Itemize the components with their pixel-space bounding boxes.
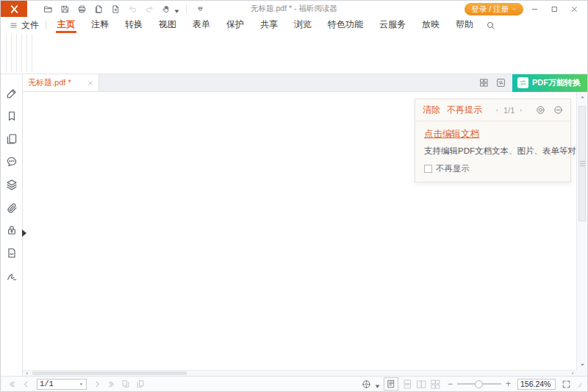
- dont-show-checkbox-row[interactable]: 不再显示: [424, 163, 562, 174]
- zoom-in-button[interactable]: +: [506, 379, 511, 388]
- redo-icon: [145, 4, 154, 14]
- menu-home[interactable]: 主页: [56, 17, 76, 33]
- menu-protect[interactable]: 保护: [225, 17, 245, 33]
- last-page-button[interactable]: [107, 380, 115, 388]
- horizontal-scrollbar-thumb[interactable]: [32, 371, 187, 375]
- menu-slideshow[interactable]: 放映: [420, 17, 441, 33]
- grid-icon: [479, 78, 489, 88]
- panel-quick-edit[interactable]: [6, 88, 18, 99]
- panel-bookmarks[interactable]: [6, 110, 18, 122]
- horizontal-scrollbar[interactable]: [23, 370, 576, 376]
- notification-pager: 1/1: [494, 106, 524, 115]
- document-tab[interactable]: 无标题.pdf *: [23, 74, 99, 91]
- panel-security[interactable]: [6, 224, 18, 236]
- close-button[interactable]: [564, 1, 584, 17]
- facing-continuous-icon: [431, 379, 440, 389]
- close-icon: [570, 5, 578, 13]
- document-page[interactable]: 清除 不再提示 1/1 点击编辑文档: [23, 92, 587, 376]
- scrollbar-corner: [576, 370, 587, 376]
- facing-view-button[interactable]: [417, 379, 426, 389]
- menu-divider: [46, 21, 46, 29]
- panel-comments[interactable]: [6, 156, 18, 168]
- scroll-left-button[interactable]: [23, 371, 30, 376]
- panel-layers[interactable]: [6, 179, 18, 190]
- ribbon-home: [1, 33, 587, 74]
- zoom-level-combobox[interactable]: 156.24%: [517, 379, 556, 390]
- menu-share[interactable]: 共享: [259, 17, 279, 33]
- menu-features[interactable]: 特色功能: [326, 17, 365, 33]
- create-file-button[interactable]: [111, 4, 121, 14]
- next-page-button[interactable]: [93, 380, 101, 388]
- first-page-button[interactable]: [8, 380, 16, 388]
- menu-view[interactable]: 视图: [157, 17, 178, 33]
- menu-help[interactable]: 帮助: [454, 17, 475, 33]
- scroll-down-button[interactable]: [577, 360, 587, 369]
- redo-button[interactable]: [145, 4, 154, 14]
- menu-comment[interactable]: 注释: [90, 17, 110, 33]
- menu-browse[interactable]: 浏览: [293, 17, 313, 33]
- zoom-slider[interactable]: [457, 379, 501, 389]
- zoom-out-button[interactable]: −: [448, 379, 453, 388]
- caret-down-icon: [551, 382, 553, 387]
- next-view-button[interactable]: [136, 379, 145, 388]
- vertical-scrollbar-thumb[interactable]: [578, 106, 586, 221]
- customize-toolbar-button[interactable]: [196, 4, 205, 14]
- login-register-button[interactable]: 登录 / 注册: [465, 3, 523, 15]
- edit-document-link[interactable]: 点击编辑文档: [424, 128, 479, 140]
- open-button[interactable]: [43, 4, 53, 14]
- save-copy-button[interactable]: [94, 4, 104, 14]
- bookmark-icon: [6, 110, 18, 122]
- search-button[interactable]: [486, 21, 495, 30]
- panel-attachments[interactable]: [6, 202, 18, 213]
- scroll-up-button[interactable]: [577, 93, 587, 102]
- print-button[interactable]: [77, 4, 87, 14]
- menu-convert[interactable]: 转换: [123, 17, 144, 33]
- triangle-up-icon: [579, 94, 586, 101]
- minimize-button[interactable]: [525, 1, 545, 17]
- continuous-view-button[interactable]: [403, 379, 412, 389]
- ink-sign-icon: [6, 270, 18, 282]
- scroll-right-button[interactable]: [569, 371, 576, 376]
- panel-pages[interactable]: [6, 133, 18, 145]
- pager-next-icon[interactable]: [518, 107, 524, 113]
- menu-tabs: 主页 注释 转换 视图 表单 保护 共享 浏览 特色功能 云服务 放映: [49, 17, 481, 33]
- panel-signatures[interactable]: [6, 247, 18, 259]
- document-tabbar: 无标题.pdf * PDF万能转换: [23, 74, 587, 92]
- hamburger-icon: [10, 21, 18, 29]
- notification-settings-icon[interactable]: [536, 105, 545, 115]
- menu-cloud[interactable]: 云服务: [378, 17, 407, 33]
- ribbon-group: [21, 35, 24, 72]
- checkbox[interactable]: [424, 165, 432, 173]
- pager-indicator: 1/1: [503, 106, 514, 115]
- fullscreen-button[interactable]: [562, 379, 571, 389]
- prev-page-button[interactable]: [22, 380, 30, 388]
- single-page-view-button[interactable]: [384, 377, 398, 391]
- tab-close-button[interactable]: [87, 80, 93, 86]
- vertical-scrollbar[interactable]: [576, 92, 587, 370]
- panel-hand-signature[interactable]: [6, 270, 18, 282]
- page-number-combobox[interactable]: 1/1: [37, 379, 87, 390]
- menu-form[interactable]: 表单: [191, 17, 212, 33]
- statusbar: 1/1 − + 156.24%: [1, 376, 587, 391]
- maximize-button[interactable]: [545, 1, 564, 17]
- assistant-tool-button[interactable]: [362, 379, 378, 389]
- zoom-slider-thumb[interactable]: [475, 380, 483, 388]
- window-resize-grip[interactable]: [575, 380, 583, 388]
- undo-button[interactable]: [128, 4, 137, 14]
- ribbon-group: [26, 35, 29, 72]
- previous-view-button[interactable]: [121, 379, 130, 388]
- dont-remind-link[interactable]: 不再提示: [447, 104, 482, 116]
- hand-mode-button[interactable]: [162, 4, 177, 14]
- file-menu-button[interactable]: 文件: [10, 19, 39, 32]
- tab-switch-button[interactable]: [496, 78, 506, 88]
- notification-collapse-icon[interactable]: [553, 105, 563, 115]
- tab-overview-button[interactable]: [479, 78, 489, 88]
- save-button[interactable]: [60, 4, 70, 14]
- facing-continuous-view-button[interactable]: [431, 379, 440, 389]
- chevron-right-icon: [93, 380, 101, 388]
- qat-more-icon: [196, 4, 205, 14]
- pdf-converter-button[interactable]: PDF万能转换: [512, 74, 587, 92]
- clear-link[interactable]: 清除: [423, 104, 440, 116]
- sidebar-expand-handle[interactable]: [22, 229, 26, 237]
- pager-prev-icon[interactable]: [494, 107, 500, 113]
